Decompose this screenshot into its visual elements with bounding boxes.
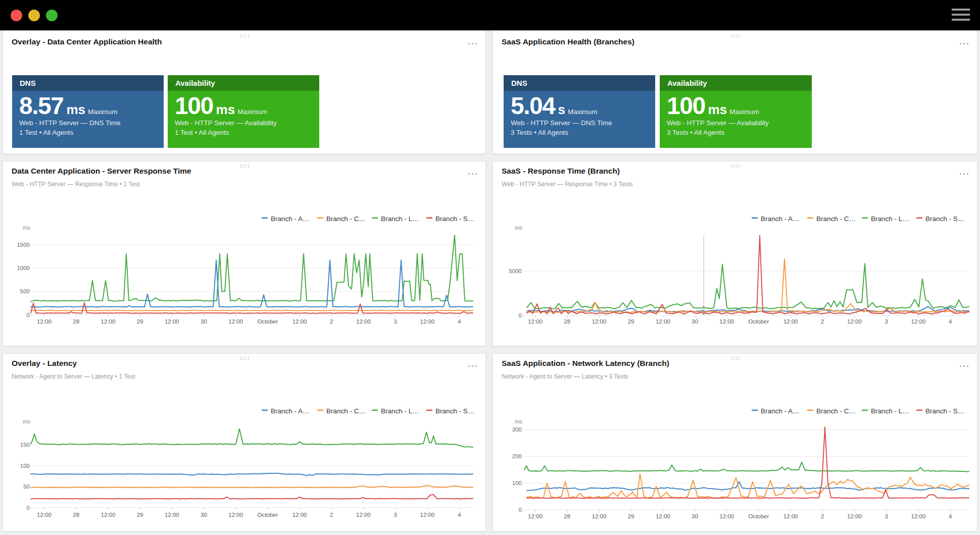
- svg-text:ms: ms: [23, 418, 31, 424]
- svg-text:12:00: 12:00: [783, 318, 798, 325]
- svg-text:4: 4: [458, 318, 461, 325]
- svg-text:4: 4: [458, 512, 461, 518]
- svg-text:12:00: 12:00: [420, 512, 435, 518]
- svg-text:October: October: [257, 512, 278, 518]
- svg-text:29: 29: [137, 318, 143, 325]
- svg-text:2: 2: [330, 512, 333, 518]
- svg-text:Branch - L…: Branch - L…: [871, 215, 909, 223]
- svg-text:Branch - A…: Branch - A…: [761, 407, 800, 415]
- svg-text:Branch - L…: Branch - L…: [381, 407, 419, 415]
- svg-text:30: 30: [692, 513, 698, 519]
- svg-text:1000: 1000: [17, 265, 30, 271]
- svg-text:29: 29: [628, 318, 634, 325]
- svg-text:12:00: 12:00: [656, 513, 670, 519]
- svg-text:200: 200: [512, 453, 522, 459]
- svg-text:12:00: 12:00: [356, 512, 371, 518]
- svg-text:3: 3: [394, 318, 397, 325]
- svg-text:12:00: 12:00: [37, 512, 52, 518]
- svg-text:29: 29: [628, 513, 634, 519]
- svg-text:100: 100: [20, 463, 30, 469]
- svg-text:Branch - A…: Branch - A…: [271, 407, 310, 415]
- svg-text:4: 4: [949, 318, 952, 325]
- svg-text:12:00: 12:00: [847, 513, 862, 519]
- svg-text:ms: ms: [515, 225, 523, 231]
- svg-text:12:00: 12:00: [528, 318, 543, 325]
- svg-text:12:00: 12:00: [165, 318, 179, 325]
- svg-text:Branch - A…: Branch - A…: [271, 215, 310, 223]
- svg-text:28: 28: [73, 318, 79, 325]
- svg-text:12:00: 12:00: [911, 513, 926, 519]
- svg-text:12:00: 12:00: [37, 318, 52, 325]
- svg-text:50: 50: [23, 484, 30, 490]
- svg-text:12:00: 12:00: [292, 318, 307, 325]
- svg-text:300: 300: [512, 426, 522, 433]
- svg-text:100: 100: [512, 480, 522, 486]
- svg-text:2: 2: [821, 513, 824, 519]
- svg-text:12:00: 12:00: [847, 318, 862, 325]
- svg-text:October: October: [257, 318, 278, 325]
- svg-text:1500: 1500: [17, 242, 30, 248]
- svg-text:12:00: 12:00: [165, 512, 179, 518]
- svg-text:Branch - C…: Branch - C…: [816, 215, 856, 223]
- svg-text:28: 28: [73, 512, 79, 518]
- svg-text:28: 28: [564, 318, 570, 325]
- svg-text:Branch - S…: Branch - S…: [925, 407, 964, 415]
- svg-text:2: 2: [330, 318, 333, 325]
- svg-text:4: 4: [949, 513, 952, 519]
- svg-text:12:00: 12:00: [292, 512, 307, 518]
- svg-text:Branch - S…: Branch - S…: [925, 215, 964, 223]
- svg-text:12:00: 12:00: [101, 512, 116, 518]
- svg-text:Branch - S…: Branch - S…: [435, 407, 474, 415]
- svg-text:October: October: [748, 318, 769, 325]
- svg-text:12:00: 12:00: [911, 318, 926, 325]
- svg-text:Branch - S…: Branch - S…: [435, 215, 474, 223]
- svg-text:3: 3: [394, 512, 397, 518]
- svg-text:Branch - L…: Branch - L…: [871, 407, 909, 415]
- svg-text:Branch - C…: Branch - C…: [816, 407, 856, 415]
- svg-text:2: 2: [821, 318, 824, 325]
- svg-text:Branch - C…: Branch - C…: [326, 215, 366, 223]
- svg-text:3: 3: [885, 513, 888, 519]
- svg-text:12:00: 12:00: [592, 513, 607, 519]
- svg-text:30: 30: [201, 512, 207, 518]
- svg-text:0: 0: [27, 312, 30, 318]
- svg-text:12:00: 12:00: [228, 512, 243, 518]
- svg-text:12:00: 12:00: [656, 318, 670, 325]
- svg-text:29: 29: [137, 512, 143, 518]
- svg-text:0: 0: [519, 312, 522, 318]
- svg-text:12:00: 12:00: [783, 513, 798, 519]
- svg-text:0: 0: [519, 507, 522, 513]
- svg-text:Branch - L…: Branch - L…: [381, 215, 419, 223]
- svg-text:Branch - C…: Branch - C…: [326, 407, 366, 415]
- svg-text:October: October: [748, 513, 769, 519]
- svg-text:28: 28: [564, 513, 570, 519]
- svg-text:3: 3: [885, 318, 888, 325]
- svg-text:12:00: 12:00: [719, 318, 734, 325]
- svg-text:ms: ms: [515, 418, 523, 424]
- svg-text:Branch - A…: Branch - A…: [761, 215, 800, 223]
- svg-text:12:00: 12:00: [719, 513, 734, 519]
- svg-text:150: 150: [20, 442, 30, 448]
- svg-text:12:00: 12:00: [528, 513, 543, 519]
- svg-text:12:00: 12:00: [101, 318, 116, 325]
- svg-text:12:00: 12:00: [420, 318, 435, 325]
- svg-text:ms: ms: [23, 225, 31, 231]
- svg-text:12:00: 12:00: [592, 318, 607, 325]
- svg-text:30: 30: [201, 318, 207, 325]
- svg-text:12:00: 12:00: [228, 318, 243, 325]
- svg-text:5000: 5000: [509, 268, 522, 274]
- svg-text:12:00: 12:00: [356, 318, 371, 325]
- svg-text:0: 0: [27, 505, 30, 511]
- svg-text:500: 500: [20, 288, 30, 294]
- svg-text:30: 30: [692, 318, 698, 325]
